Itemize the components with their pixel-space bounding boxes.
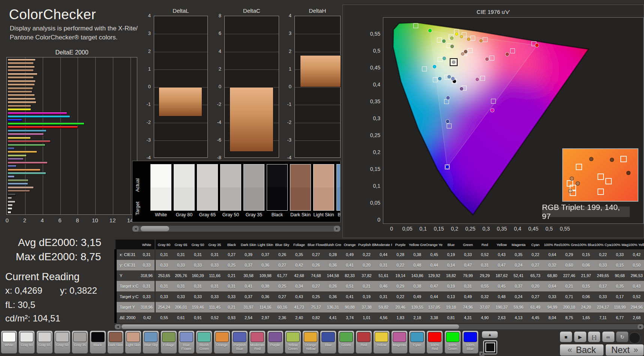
patch-button-gray-65[interactable]: Gray 65	[36, 330, 53, 354]
patch-button-orange[interactable]: Orange	[214, 330, 230, 354]
patch-button-gray-80[interactable]: Gray 80	[18, 330, 35, 354]
patch-button-foliage[interactable]: Foliage	[161, 330, 177, 354]
patch-button-yellow[interactable]: Yellow	[373, 330, 390, 354]
patch-button-blue[interactable]: Blue	[320, 330, 336, 354]
de-bar-gray-65	[8, 204, 13, 207]
patch-button-magenta[interactable]: Magenta	[391, 330, 408, 354]
strip-scroll-right-arrow-icon[interactable]: ►	[334, 226, 340, 232]
table-cell: 90,68	[611, 270, 628, 281]
patch-button-blue-sky[interactable]: Blue Sky	[143, 330, 159, 354]
back-button-label: Back	[576, 345, 596, 355]
continuous-button[interactable]: ∞	[602, 331, 615, 342]
table-cell: 0,39	[240, 249, 257, 260]
table-row: Y318,96253,65205,76160,39111,660,2130,58…	[116, 270, 644, 281]
refresh-button[interactable]: ↻	[616, 331, 629, 342]
patch-button-moderate-red[interactable]: Moderate Red	[249, 330, 266, 354]
blank-pattern-button[interactable]	[483, 340, 498, 355]
gridline	[295, 105, 340, 105]
table-scrollbar[interactable]: ◄ ►	[114, 324, 644, 330]
table-cell: 254,24	[156, 302, 173, 312]
patch-button-cyan[interactable]: Cyan	[409, 330, 425, 354]
gridline	[295, 123, 340, 123]
de-bar	[8, 105, 31, 107]
pattern-window-button[interactable]: [-]	[588, 331, 600, 342]
inset-measured-dot	[576, 181, 580, 186]
blank-screen-icon	[485, 342, 495, 352]
table-column-header: 100% Magenta	[611, 240, 628, 249]
table-scroll-right-arrow-icon[interactable]: ►	[638, 324, 644, 329]
next-button-label: Next	[611, 345, 630, 355]
de-bar-blue	[8, 147, 15, 150]
table-cell: 0,91	[189, 312, 206, 323]
table-scroll-left-arrow-icon[interactable]: ◄	[115, 324, 121, 329]
target-half	[221, 187, 241, 210]
patch-button-yellow-green[interactable]: Yellow Green	[285, 330, 301, 354]
play-button[interactable]: ▶	[574, 331, 587, 342]
table-cell: 0,24	[510, 291, 527, 302]
patch-button-bluish-green[interactable]: Bluish Green	[196, 330, 212, 354]
table-row-label: x: CIE31	[116, 249, 139, 260]
patch-button-red[interactable]: Red	[356, 330, 372, 354]
patch-button-purple[interactable]: Purple	[267, 330, 284, 354]
delta-chart-deltaL	[154, 16, 208, 158]
strip-scrollbar-thumb[interactable]	[141, 226, 169, 231]
table-cell: 0,25	[308, 291, 324, 302]
table-cell: 296,53	[628, 270, 644, 281]
delta-chart-tick-label: 2	[278, 48, 291, 54]
patch-button-purplish-blue[interactable]: Purplish Blue	[231, 330, 248, 354]
delta-chart-tick-label: 4	[137, 13, 151, 18]
table-column-header: Gray 65	[173, 240, 189, 249]
de-bar-dark-skin	[8, 190, 30, 192]
patch-button-label: Yellow	[374, 343, 389, 347]
patch-button-gray-50[interactable]: Gray 50	[54, 330, 71, 354]
inset-measured-dot	[570, 176, 574, 181]
patch-button-blue-flower[interactable]: Blue Flower	[178, 330, 195, 354]
pattern-window-icon: [-]	[592, 334, 596, 340]
patch-button-white[interactable]: White	[1, 330, 17, 354]
table-cell: 0,19	[358, 291, 375, 302]
patch-chip	[180, 332, 193, 342]
de-bar-orange	[8, 169, 41, 171]
target-half	[174, 187, 194, 210]
de-bar-blue-flower	[8, 175, 15, 178]
table-cell: 0,25	[274, 281, 291, 291]
patch-button-100-green[interactable]: 100% Green	[444, 330, 461, 354]
table-cell: 0,33	[594, 260, 611, 270]
de-bar-magenta	[8, 133, 44, 136]
table-column-header: Gray 50	[189, 240, 206, 249]
patch-button-100-red[interactable]: 100% Red	[426, 330, 443, 354]
table-cell: 0,45	[493, 281, 510, 291]
patch-button-green[interactable]: Green	[338, 330, 354, 354]
patch-button-label: Blue Sky	[143, 343, 159, 347]
table-cell: 0,50	[628, 260, 644, 270]
patch-chip	[269, 332, 282, 342]
table-cell: 0,37	[240, 291, 257, 302]
table-cell: 0,26	[324, 281, 341, 291]
next-button[interactable]: Next »	[605, 344, 644, 356]
cie-y-tick-label: 0,45	[364, 65, 380, 71]
table-row-label: Target Y	[116, 302, 139, 312]
table-column-header: Blue Sky	[274, 240, 291, 249]
patch-button-gray-35[interactable]: Gray 35	[72, 330, 88, 354]
patch-button-100-blue[interactable]: 100% Blue	[462, 330, 479, 354]
stop-button[interactable]: ■	[560, 331, 572, 342]
patch-chip	[144, 332, 158, 342]
patch-list-up-button[interactable]: ▲	[482, 331, 498, 338]
patch-button-light-skin[interactable]: Light Skin	[125, 330, 141, 354]
table-cell: 52,41	[510, 270, 527, 281]
table-cell: 0,37	[240, 260, 257, 270]
patch-button-black[interactable]: Black	[90, 330, 106, 354]
patch-button-orange-yellow[interactable]: Orange Yellow	[302, 330, 319, 354]
inset-measured-dot	[589, 157, 593, 161]
patch-button-dark-skin[interactable]: Dark Skin	[107, 330, 124, 354]
cie-y-tick-label: 0	[364, 217, 380, 223]
cie-x-tick-label: 0,3	[478, 226, 494, 232]
back-chevron-icon: «	[567, 345, 572, 355]
table-scrollbar-thumb[interactable]	[122, 324, 459, 329]
table-cell: 37,07	[476, 302, 493, 312]
back-button[interactable]: « Back	[560, 344, 604, 356]
table-cell: 190,37	[493, 302, 510, 312]
table-cell: 0,52	[628, 291, 644, 302]
strip-scrollbar[interactable]: ◄ ►	[132, 225, 341, 232]
strip-scroll-left-arrow-icon[interactable]: ◄	[132, 226, 139, 232]
